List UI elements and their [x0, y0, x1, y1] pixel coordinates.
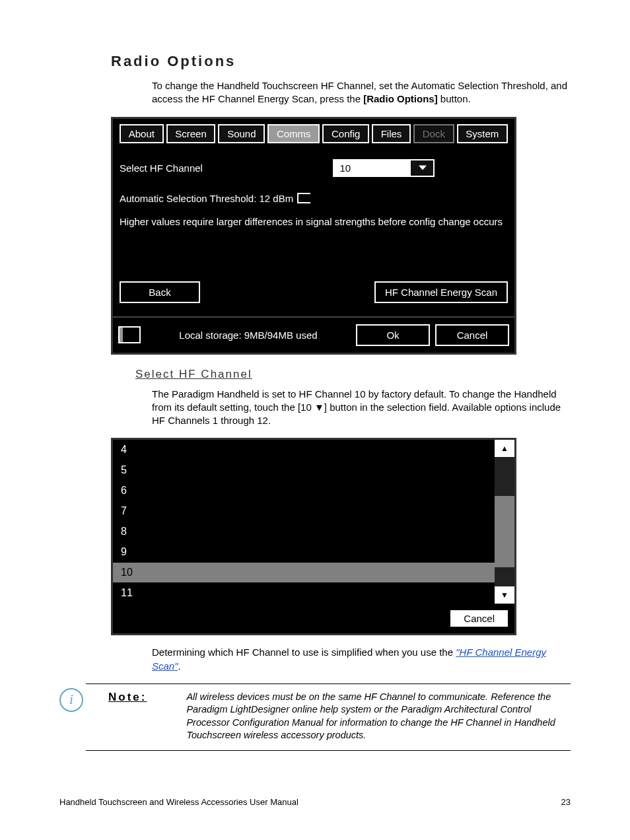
intro-paragraph: To change the Handheld Touchscreen HF Ch…	[152, 79, 571, 106]
list-item[interactable]: 9	[113, 542, 495, 563]
threshold-label: Automatic Selection Threshold: 12 dBm	[120, 193, 293, 204]
tab-system[interactable]: System	[457, 124, 508, 143]
note-label: Note:	[108, 691, 147, 742]
list-item[interactable]: 5	[113, 460, 495, 481]
tab-bar: About Screen Sound Comms Config Files Do…	[113, 119, 514, 146]
determine-paragraph: Determining which HF Channel to use is s…	[152, 646, 571, 673]
storage-text: Local storage: 9MB/94MB used	[146, 330, 351, 341]
tab-about[interactable]: About	[120, 124, 164, 143]
tab-dock: Dock	[413, 124, 454, 143]
section-title: Radio Options	[111, 53, 571, 70]
info-icon: i	[59, 688, 83, 712]
hf-channel-value: 10	[334, 160, 411, 176]
tab-files[interactable]: Files	[372, 124, 411, 143]
list-item[interactable]: 11	[113, 583, 495, 604]
scroll-down-icon[interactable]: ▼	[495, 586, 514, 604]
note-rule-top	[86, 683, 571, 684]
tab-sound[interactable]: Sound	[218, 124, 265, 143]
intro-text-a: To change the Handheld Touchscreen HF Ch…	[152, 80, 567, 104]
comms-screenshot: About Screen Sound Comms Config Files Do…	[111, 117, 516, 355]
para3-a: Determining which HF Channel to use is s…	[152, 647, 456, 658]
list-item[interactable]: 8	[113, 522, 495, 542]
subheading-select-hf: Select HF Channel	[135, 368, 571, 381]
note-rule-bottom	[86, 750, 571, 751]
threshold-hint: Higher values require larger differences…	[120, 216, 508, 227]
slider-handle-icon[interactable]	[297, 193, 310, 203]
list-item[interactable]: 7	[113, 501, 495, 522]
para3-b: .	[178, 660, 181, 672]
select-hf-paragraph: The Paradigm Handheld is set to HF Chann…	[152, 388, 571, 428]
footer-title: Handheld Touchscreen and Wireless Access…	[59, 797, 298, 807]
list-item[interactable]: 6	[113, 481, 495, 501]
note-row: i Note: All wireless devices must be on …	[59, 691, 571, 742]
energy-scan-button[interactable]: HF Channel Energy Scan	[374, 281, 508, 303]
channel-list-screenshot: 4 5 6 7 8 9 10 11 ▲ ▼ Cancel	[111, 438, 516, 635]
intro-text-bold: [Radio Options]	[363, 93, 438, 104]
scrollbar[interactable]: ▲ ▼	[495, 440, 514, 604]
hf-channel-dropdown[interactable]: 10	[333, 159, 435, 177]
scroll-track[interactable]	[495, 457, 514, 586]
list-item-selected[interactable]: 10	[113, 563, 495, 583]
list-cancel-button[interactable]: Cancel	[449, 609, 509, 628]
select-hf-label: Select HF Channel	[120, 162, 333, 174]
channel-list[interactable]: 4 5 6 7 8 9 10 11	[113, 440, 495, 604]
storage-indicator	[118, 326, 141, 343]
scroll-thumb[interactable]	[495, 496, 514, 567]
chevron-down-icon[interactable]	[411, 160, 433, 176]
back-button[interactable]: Back	[120, 281, 200, 303]
list-item[interactable]: 4	[113, 440, 495, 460]
tab-comms[interactable]: Comms	[267, 124, 320, 143]
tab-screen[interactable]: Screen	[166, 124, 216, 143]
ok-button[interactable]: Ok	[356, 324, 430, 346]
note-text: All wireless devices must be on the same…	[186, 691, 571, 742]
intro-text-c: button.	[438, 93, 471, 104]
tab-config[interactable]: Config	[322, 124, 369, 143]
scroll-up-icon[interactable]: ▲	[495, 440, 514, 457]
page-number: 23	[561, 797, 571, 807]
cancel-button[interactable]: Cancel	[435, 324, 509, 346]
footer-bar: Local storage: 9MB/94MB used Ok Cancel	[113, 316, 514, 353]
